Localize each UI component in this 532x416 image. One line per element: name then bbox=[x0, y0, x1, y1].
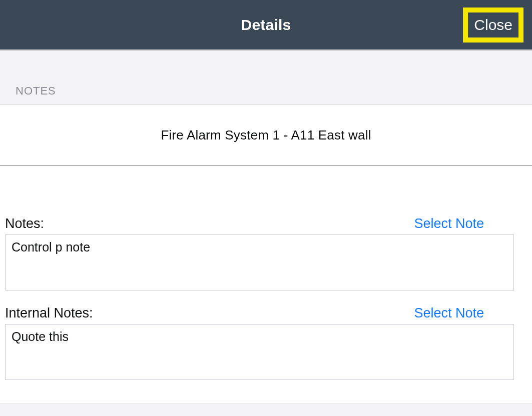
section-label: NOTES bbox=[16, 84, 56, 98]
internal-notes-block: Internal Notes: Select Note Quote this bbox=[5, 306, 527, 380]
bottom-spacer bbox=[0, 403, 532, 416]
notes-input[interactable]: Control p note bbox=[5, 234, 514, 290]
internal-notes-label-row: Internal Notes: Select Note bbox=[5, 306, 527, 324]
notes-label-row: Notes: Select Note bbox=[5, 216, 527, 234]
close-button[interactable]: Close bbox=[474, 16, 512, 34]
close-button-highlight: Close bbox=[463, 8, 523, 42]
item-row[interactable]: Fire Alarm System 1 - A11 East wall bbox=[0, 105, 532, 166]
top-bar: Details Close bbox=[0, 0, 532, 51]
item-title: Fire Alarm System 1 - A11 East wall bbox=[161, 128, 371, 143]
notes-label: Notes: bbox=[5, 216, 44, 232]
section-header-notes: NOTES bbox=[0, 51, 532, 105]
select-internal-note-button[interactable]: Select Note bbox=[414, 306, 525, 321]
internal-notes-input[interactable]: Quote this bbox=[5, 324, 514, 380]
page-title: Details bbox=[241, 16, 291, 34]
select-note-button[interactable]: Select Note bbox=[414, 216, 525, 232]
notes-block: Notes: Select Note Control p note bbox=[5, 216, 527, 290]
internal-notes-label: Internal Notes: bbox=[5, 306, 93, 321]
notes-area: Notes: Select Note Control p note Intern… bbox=[0, 166, 532, 380]
